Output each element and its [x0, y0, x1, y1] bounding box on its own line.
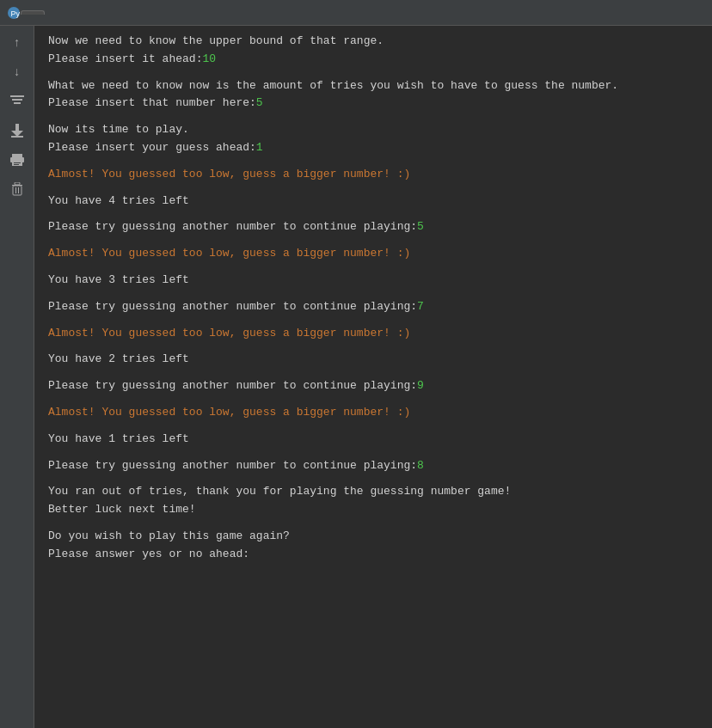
terminal-text: Please try guessing another number to co… — [48, 218, 417, 236]
sidebar: ↑ ↓ — [0, 26, 34, 728]
terminal-text: 5 — [417, 218, 424, 236]
svg-rect-3 — [12, 99, 22, 101]
terminal-text: Better luck next time! — [48, 501, 196, 519]
terminal-text: You ran out of tries, thank you for play… — [48, 483, 511, 501]
python-logo-icon: Py — [7, 6, 21, 20]
delete-button[interactable] — [7, 179, 28, 199]
terminal-text: Please try guessing another number to co… — [48, 457, 417, 475]
terminal-line: Almost! You guessed too low, guess a big… — [48, 245, 698, 263]
terminal-text: You have 1 tries left — [48, 431, 189, 449]
spacer — [48, 290, 698, 298]
titlebar: Py — [0, 0, 712, 26]
terminal-line: Please insert your guess ahead: 1 — [48, 139, 698, 157]
print-button[interactable] — [7, 150, 28, 170]
terminal-line: Almost! You guessed too low, guess a big… — [48, 404, 698, 422]
spacer — [48, 210, 698, 218]
terminal-text: 1 — [256, 139, 263, 157]
main-area: ↑ ↓ — [0, 26, 712, 728]
terminal-text: Please try guessing another number to co… — [48, 298, 417, 316]
spacer — [48, 113, 698, 121]
spacer — [48, 422, 698, 431]
terminal-text: Now its time to play. — [48, 121, 189, 139]
spacer — [48, 69, 698, 77]
spacer — [48, 342, 698, 351]
svg-rect-2 — [10, 95, 24, 97]
terminal-line: Now its time to play. — [48, 121, 698, 139]
spacer — [48, 316, 698, 325]
svg-rect-5 — [15, 124, 19, 132]
terminal-line: Almost! You guessed too low, guess a big… — [48, 325, 698, 343]
terminal-output[interactable]: Now we need to know the upper bound of t… — [34, 26, 712, 728]
terminal-line: Please insert that number here: 5 — [48, 95, 698, 113]
terminal-line: You have 2 tries left — [48, 351, 698, 369]
spacer — [48, 184, 698, 193]
terminal-line: Please answer yes or no ahead: — [48, 546, 698, 564]
terminal-line: You have 1 tries left — [48, 431, 698, 449]
terminal-line: You have 4 tries left — [48, 193, 698, 211]
arrow-down-button[interactable]: ↓ — [7, 62, 28, 83]
terminal-text: Please insert it ahead: — [48, 51, 202, 69]
svg-rect-15 — [13, 186, 21, 195]
terminal-line: Please try guessing another number to co… — [48, 377, 698, 395]
terminal-text: 9 — [417, 377, 424, 395]
terminal-text: You have 2 tries left — [48, 351, 189, 369]
svg-rect-7 — [11, 136, 23, 138]
download-button[interactable] — [7, 120, 28, 141]
terminal-line: Please try guessing another number to co… — [48, 298, 698, 316]
terminal-line: What we need to know now is the amount o… — [48, 77, 698, 95]
terminal-text: You have 4 tries left — [48, 193, 189, 211]
active-tab[interactable] — [21, 10, 45, 15]
terminal-text: Please insert your guess ahead: — [48, 139, 256, 157]
terminal-line: Now we need to know the upper bound of t… — [48, 33, 698, 51]
terminal-text: 7 — [417, 298, 424, 316]
terminal-line: Almost! You guessed too low, guess a big… — [48, 166, 698, 184]
spacer — [48, 369, 698, 377]
terminal-text: Almost! You guessed too low, guess a big… — [48, 166, 410, 184]
terminal-text: Now we need to know the upper bound of t… — [48, 33, 384, 51]
svg-rect-14 — [15, 182, 20, 185]
terminal-text: Please insert that number here: — [48, 95, 256, 113]
spacer — [48, 474, 698, 483]
terminal-text: 8 — [417, 457, 424, 475]
spacer — [48, 395, 698, 404]
spacer — [48, 236, 698, 245]
spacer — [48, 263, 698, 272]
spacer — [48, 449, 698, 457]
terminal-line: Do you wish to play this game again? — [48, 528, 698, 546]
svg-rect-17 — [18, 187, 19, 193]
terminal-line: Please try guessing another number to co… — [48, 457, 698, 475]
arrow-up-button[interactable]: ↑ — [7, 33, 28, 53]
terminal-line: You have 3 tries left — [48, 272, 698, 290]
terminal-line: You ran out of tries, thank you for play… — [48, 483, 698, 501]
svg-rect-11 — [14, 162, 21, 163]
svg-rect-8 — [12, 154, 22, 157]
terminal-text: Almost! You guessed too low, guess a big… — [48, 325, 410, 343]
terminal-text: Almost! You guessed too low, guess a big… — [48, 245, 410, 263]
svg-rect-4 — [14, 102, 21, 104]
spacer — [48, 157, 698, 166]
terminal-text: Do you wish to play this game again? — [48, 528, 290, 546]
svg-rect-12 — [14, 164, 19, 165]
terminal-text: What we need to know now is the amount o… — [48, 77, 618, 95]
terminal-text: Please answer yes or no ahead: — [48, 546, 249, 564]
svg-marker-6 — [11, 131, 23, 137]
terminal-text: 5 — [256, 95, 263, 113]
terminal-text: You have 3 tries left — [48, 272, 189, 290]
terminal-line: Please insert it ahead: 10 — [48, 51, 698, 69]
svg-text:Py: Py — [11, 9, 21, 17]
svg-rect-16 — [15, 187, 16, 193]
terminal-line: Please try guessing another number to co… — [48, 218, 698, 236]
filter-button[interactable] — [7, 91, 28, 112]
terminal-text: 10 — [202, 51, 216, 69]
terminal-text: Please try guessing another number to co… — [48, 377, 417, 395]
terminal-text: Almost! You guessed too low, guess a big… — [48, 404, 410, 422]
terminal-line: Better luck next time! — [48, 501, 698, 519]
spacer — [48, 519, 698, 528]
